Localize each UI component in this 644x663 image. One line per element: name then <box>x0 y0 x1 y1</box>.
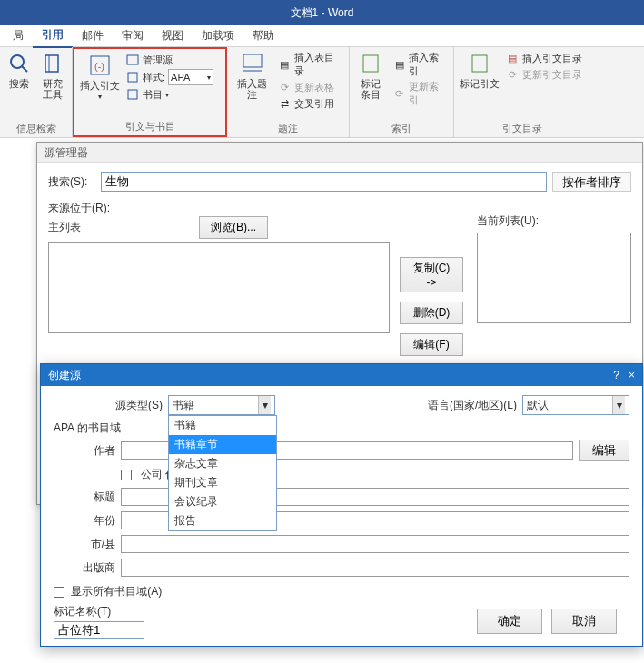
svg-point-0 <box>11 55 24 68</box>
group-citations: (-) 插入引文 ▾ 管理源 样式: APA ▾ <box>73 47 227 137</box>
publisher-input[interactable] <box>121 559 629 577</box>
search-button[interactable]: 搜索 <box>5 51 34 89</box>
tab-references[interactable]: 引用 <box>33 24 73 48</box>
svg-rect-2 <box>45 55 58 72</box>
manage-sources-button[interactable]: 管理源 <box>125 53 213 67</box>
apa-fields-label: APA 的书目域 <box>54 421 629 436</box>
chevron-down-icon: ▾ <box>258 396 271 414</box>
city-input[interactable] <box>121 535 629 553</box>
tab-mail[interactable]: 邮件 <box>73 25 113 47</box>
chevron-down-icon: ▾ <box>165 91 169 99</box>
manage-icon <box>125 53 140 67</box>
option-book-section[interactable]: 书籍章节 <box>169 435 276 454</box>
cross-ref-button[interactable]: ⇄交叉引用 <box>277 96 343 111</box>
ribbon-tabs: 局 引用 邮件 审阅 视图 加载项 帮助 <box>0 25 644 47</box>
show-all-label: 显示所有书目域(A) <box>71 585 162 598</box>
help-icon[interactable]: ? <box>613 369 619 381</box>
svg-rect-8 <box>128 90 137 99</box>
language-label: 语言(国家/地区)(L) <box>428 398 517 413</box>
sort-button[interactable]: 按作者排序 <box>552 172 631 192</box>
citation-icon: (-) <box>87 53 113 78</box>
source-type-dropdown: 书籍 书籍章节 杂志文章 期刊文章 会议纪录 报告 <box>168 415 277 531</box>
author-label: 作者 <box>54 443 115 459</box>
caption-icon <box>240 51 265 76</box>
search-label: 搜索(S): <box>48 174 95 190</box>
tab-layout[interactable]: 局 <box>4 25 33 47</box>
tof-icon: ▤ <box>277 57 292 72</box>
bibliography-icon <box>125 87 140 102</box>
option-journal[interactable]: 期刊文章 <box>169 473 276 492</box>
update-icon: ⟳ <box>505 67 520 82</box>
option-book[interactable]: 书籍 <box>169 416 276 435</box>
chevron-down-icon: ▾ <box>207 74 211 82</box>
language-combo[interactable]: 默认 ▾ <box>522 395 629 415</box>
option-magazine[interactable]: 杂志文章 <box>169 454 276 473</box>
doc-title: 文档1 - Word <box>291 5 354 21</box>
group-label: 引文目录 <box>460 122 585 137</box>
year-label: 年份 <box>54 513 115 529</box>
source-location-label: 来源位于(R): <box>48 201 468 216</box>
city-label: 市/县 <box>54 537 115 552</box>
tab-help[interactable]: 帮助 <box>243 25 283 47</box>
group-captions: 插入题注 ▤插入表目录 ⟳更新表格 ⇄交叉引用 题注 <box>227 47 350 137</box>
research-tools-button[interactable]: 研究 工具 <box>39 51 67 100</box>
dialog-title-text: 创建源 <box>48 368 81 383</box>
publisher-label: 出版商 <box>54 560 115 576</box>
style-combo[interactable]: APA ▾ <box>168 69 213 85</box>
index-icon: ▤ <box>392 57 406 72</box>
ok-button[interactable]: 确定 <box>477 609 542 634</box>
update-icon: ⟳ <box>392 86 406 101</box>
tab-view[interactable]: 视图 <box>153 25 193 47</box>
insert-caption-button[interactable]: 插入题注 <box>233 51 272 100</box>
crossref-icon: ⇄ <box>277 96 292 111</box>
edit-author-button[interactable]: 编辑 <box>579 440 629 461</box>
source-type-combo[interactable]: 书籍 ▾ 书籍 书籍章节 杂志文章 期刊文章 会议纪录 报告 <box>168 395 275 415</box>
option-report[interactable]: 报告 <box>169 511 276 530</box>
dialog-title[interactable]: 创建源 ? × <box>41 364 642 386</box>
tab-review[interactable]: 审阅 <box>113 25 153 47</box>
mark-icon <box>358 51 383 76</box>
copy-button[interactable]: 复制(C) -> <box>400 257 463 292</box>
insert-citation-button[interactable]: (-) 插入引文 ▾ <box>80 53 120 101</box>
svg-line-1 <box>22 66 27 72</box>
cancel-button[interactable]: 取消 <box>551 609 617 634</box>
chevron-down-icon: ▾ <box>98 93 102 101</box>
update-toa-button: ⟳更新引文目录 <box>505 67 582 82</box>
titlebar: 文档1 - Word <box>0 0 644 25</box>
tag-name-input[interactable] <box>54 621 144 639</box>
chevron-down-icon: ▾ <box>612 396 625 414</box>
close-icon[interactable]: × <box>629 369 635 381</box>
ribbon: 搜索 研究 工具 信息检索 (-) 插入引文 ▾ 管 <box>0 47 644 138</box>
mark-entry-button[interactable]: 标记 条目 <box>355 51 387 100</box>
master-listbox[interactable] <box>48 242 390 333</box>
book-icon <box>40 51 65 76</box>
svg-rect-6 <box>127 55 138 64</box>
tab-addins[interactable]: 加载项 <box>193 25 243 47</box>
insert-index-button[interactable]: ▤插入索引 <box>392 51 448 78</box>
search-icon <box>6 51 32 76</box>
group-index: 标记 条目 ▤插入索引 ⟳更新索引 索引 <box>350 47 454 137</box>
current-listbox[interactable] <box>477 233 631 323</box>
show-all-checkbox[interactable] <box>54 587 64 598</box>
dialog-title: 源管理器 <box>37 143 642 163</box>
insert-tof-button[interactable]: ▤插入表目录 <box>277 51 343 78</box>
corp-author-checkbox[interactable] <box>121 470 132 480</box>
create-source-dialog: 创建源 ? × 源类型(S) 书籍 ▾ 书籍 书籍章节 杂志文章 期刊文章 会议… <box>40 363 643 647</box>
group-label: 引文与书目 <box>80 120 220 135</box>
insert-toa-button[interactable]: ▤插入引文目录 <box>505 51 582 65</box>
style-selector[interactable]: 样式: APA ▾ <box>125 69 213 85</box>
mark-citation-button[interactable]: 标记引文 <box>460 51 500 89</box>
update-index-button: ⟳更新索引 <box>392 80 448 107</box>
update-icon: ⟳ <box>277 80 292 94</box>
bibliography-button[interactable]: 书目 ▾ <box>125 87 213 102</box>
edit-button[interactable]: 编辑(F) <box>400 333 463 356</box>
search-input[interactable] <box>101 172 547 192</box>
svg-rect-11 <box>363 55 378 72</box>
current-list-label: 当前列表(U): <box>477 213 631 229</box>
tag-name-label: 标记名称(T) <box>54 604 144 619</box>
delete-button[interactable]: 删除(D) <box>400 302 463 324</box>
browse-button[interactable]: 浏览(B)... <box>199 216 268 239</box>
option-proceedings[interactable]: 会议纪录 <box>169 492 276 511</box>
group-label: 题注 <box>233 122 343 137</box>
group-label: 信息检索 <box>5 122 66 137</box>
